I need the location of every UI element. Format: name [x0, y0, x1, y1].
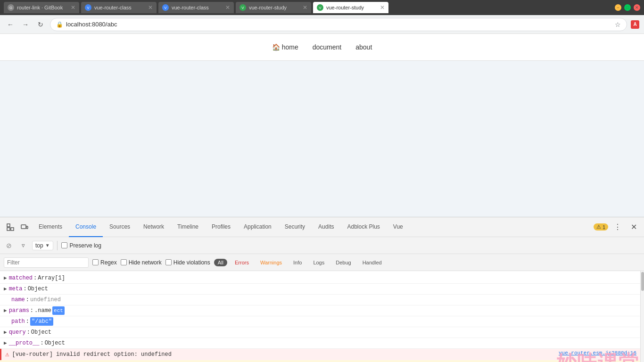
address-bar[interactable]: 🔒 localhost:8080/abc ☆ — [50, 18, 627, 31]
log-row-query[interactable]: ▶ query : Object — [0, 327, 640, 338]
level-debug-btn[interactable]: Debug — [332, 259, 355, 266]
bookmark-icon[interactable]: ☆ — [615, 21, 621, 28]
tab-audits[interactable]: Audits — [312, 217, 340, 237]
home-icon: 🏠 — [272, 43, 280, 51]
context-label: top — [35, 242, 43, 249]
console-stop-btn[interactable]: ⊘ — [4, 240, 14, 251]
nav-document-link[interactable]: document — [313, 43, 341, 51]
context-dropdown-icon: ▼ — [45, 243, 50, 248]
forward-button[interactable]: → — [20, 19, 31, 30]
tab-5-close[interactable]: ✕ — [380, 4, 385, 11]
hide-network-wrap[interactable]: Hide network — [121, 259, 162, 266]
tab-2[interactable]: V vue-router-class ✕ — [81, 2, 157, 13]
context-select[interactable]: top ▼ — [32, 241, 53, 250]
console-filter-btn[interactable]: ▿ — [18, 240, 28, 251]
tab-1[interactable]: G router-link · GitBook ✕ — [4, 2, 79, 13]
page-nav: 🏠 home document about — [0, 34, 644, 61]
preserve-log-label[interactable]: Preserve log — [61, 242, 101, 249]
tab-2-close[interactable]: ✕ — [148, 4, 153, 11]
hide-violations-checkbox[interactable] — [165, 259, 172, 265]
tab-profiles[interactable]: Profiles — [205, 217, 237, 237]
tab-network[interactable]: Network — [137, 217, 171, 237]
console-error-row[interactable]: ⚠ [vue-router] invalid redirect option: … — [0, 349, 640, 360]
expand-proto-icon[interactable]: ▶ — [4, 339, 7, 347]
svg-rect-2 — [7, 228, 10, 230]
svg-rect-4 — [26, 226, 28, 229]
level-handled-btn[interactable]: Handled — [359, 259, 386, 266]
minimize-button[interactable]: − — [615, 4, 621, 11]
level-all-btn[interactable]: All — [214, 259, 227, 266]
error-icon: ⚠ — [5, 350, 9, 359]
warning-icon: ⚠ — [596, 224, 601, 230]
devtools-panel: Elements Console Sources Network Timelin… — [0, 217, 644, 362]
tab-4[interactable]: V vue-router-study ✕ — [236, 2, 311, 13]
tab-timeline[interactable]: Timeline — [171, 217, 205, 237]
tab-security[interactable]: Security — [278, 217, 312, 237]
tab-3-favicon: V — [162, 4, 169, 11]
log-row-matched[interactable]: ▶ matched : Array[1] — [0, 273, 640, 284]
devtools-responsive-btn[interactable] — [18, 221, 31, 234]
level-info-btn[interactable]: Info — [289, 259, 305, 266]
error-link[interactable]: vue-router.esm.js?880d:16 — [559, 350, 636, 356]
regex-checkbox[interactable] — [92, 259, 99, 265]
address-text: localhost:8080/abc — [66, 21, 612, 28]
level-logs-btn[interactable]: Logs — [309, 259, 328, 266]
hide-violations-label: Hide violations — [173, 259, 210, 266]
devtools-tab-right: ⚠ 1 ⋮ ✕ — [594, 221, 640, 234]
lock-icon: 🔒 — [56, 21, 63, 28]
tab-3-close[interactable]: ✕ — [225, 4, 230, 11]
browser-navbar: ← → ↻ 🔒 localhost:8080/abc ☆ A — [0, 15, 644, 34]
expand-query-icon[interactable]: ▶ — [4, 328, 7, 337]
level-errors-btn[interactable]: Errors — [231, 259, 253, 266]
console-scrollbar[interactable] — [640, 271, 644, 362]
tab-3[interactable]: V vue-router-class ✕ — [158, 2, 234, 13]
hide-network-label: Hide network — [129, 259, 162, 266]
preserve-log-text: Preserve log — [70, 242, 101, 249]
tab-4-title: vue-router-study — [249, 5, 300, 10]
tab-5[interactable]: V vue-router-study ✕ — [313, 2, 388, 13]
console-violation-row[interactable]: ▶ ⚠ [Violation] Long running JavaScript … — [0, 360, 640, 362]
expand-params-icon[interactable]: ▶ — [4, 306, 7, 315]
warning-badge[interactable]: ⚠ 1 — [594, 223, 608, 230]
log-row-name[interactable]: name : undefined — [0, 295, 640, 305]
reload-button[interactable]: ↻ — [35, 19, 46, 30]
tab-vue[interactable]: Vue — [387, 217, 410, 237]
filter-input[interactable] — [4, 257, 89, 268]
regex-label: Regex — [100, 259, 117, 266]
log-row-proto[interactable]: ▶ __proto__ : Object — [0, 338, 640, 349]
devtools-more-btn[interactable]: ⋮ — [611, 221, 624, 234]
regex-wrap[interactable]: Regex — [92, 259, 117, 266]
tab-sources[interactable]: Sources — [103, 217, 137, 237]
hide-violations-wrap[interactable]: Hide violations — [165, 259, 210, 266]
expand-matched-icon[interactable]: ▶ — [4, 274, 7, 282]
level-warnings-btn[interactable]: Warnings — [256, 259, 286, 266]
tab-4-close[interactable]: ✕ — [303, 4, 307, 11]
hide-network-checkbox[interactable] — [121, 259, 127, 265]
close-button[interactable]: ✕ — [634, 4, 640, 11]
console-toolbar: ⊘ ▿ top ▼ Preserve log — [0, 237, 644, 254]
log-row-meta[interactable]: ▶ meta : Object — [0, 284, 640, 295]
preserve-log-checkbox[interactable] — [61, 242, 67, 248]
tab-console[interactable]: Console — [69, 217, 103, 237]
divider-1 — [57, 241, 58, 250]
devtools-toolbar: Elements Console Sources Network Timelin… — [0, 217, 644, 237]
console-log-area: ▶ matched : Array[1] ▶ meta : Object nam… — [0, 271, 640, 362]
svg-rect-0 — [7, 224, 10, 227]
nav-about-link[interactable]: about — [355, 43, 372, 51]
devtools-inspect-btn[interactable] — [4, 221, 17, 234]
error-text: [vue-router] invalid redirect option: un… — [12, 350, 556, 359]
expand-meta-icon[interactable]: ▶ — [4, 285, 7, 293]
tab-1-close[interactable]: ✕ — [71, 4, 75, 11]
log-row-params[interactable]: ▶ params : .name ect — [0, 305, 640, 316]
browser-titlebar: G router-link · GitBook ✕ V vue-router-c… — [0, 0, 644, 15]
scrollbar-thumb[interactable] — [641, 272, 644, 291]
tab-adblock[interactable]: Adblock Plus — [340, 217, 386, 237]
devtools-close-btn[interactable]: ✕ — [627, 221, 640, 234]
tab-elements[interactable]: Elements — [32, 217, 69, 237]
nav-home-link[interactable]: 🏠 home — [272, 43, 298, 51]
log-row-path[interactable]: path : "/abc" — [0, 316, 640, 327]
back-button[interactable]: ← — [5, 19, 16, 30]
tab-3-title: vue-router-class — [172, 5, 223, 10]
tab-application[interactable]: Application — [237, 217, 278, 237]
maximize-button[interactable]: □ — [624, 4, 631, 11]
